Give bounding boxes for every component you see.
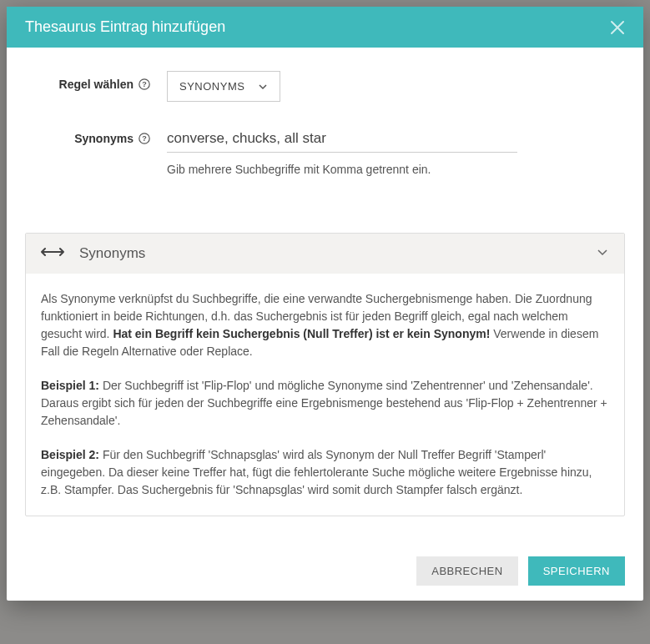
rule-select[interactable]: SYNONYMS bbox=[167, 71, 280, 102]
info-p3-label: Beispiel 2: bbox=[41, 448, 99, 461]
arrows-horizontal-icon bbox=[41, 246, 64, 261]
form-label-synonyms: Synonyms ? bbox=[25, 125, 167, 145]
help-icon[interactable]: ? bbox=[139, 78, 150, 90]
info-panel-body: Als Synonyme verknüpfst du Suchbegriffe,… bbox=[26, 274, 624, 516]
synonyms-input-area: Gib mehrere Suchbegriffe mit Komma getre… bbox=[167, 125, 517, 176]
svg-text:?: ? bbox=[142, 80, 147, 88]
info-paragraph-1: Als Synonyme verknüpfst du Suchbegriffe,… bbox=[41, 290, 609, 360]
synonyms-hint: Gib mehrere Suchbegriffe mit Komma getre… bbox=[167, 163, 517, 176]
form-label-rule: Regel wählen ? bbox=[25, 71, 167, 91]
rule-label-text: Regel wählen bbox=[59, 78, 134, 91]
rule-select-value: SYNONYMS bbox=[179, 80, 244, 93]
info-header-left: Synonyms bbox=[41, 245, 145, 262]
modal-title: Thesaurus Eintrag hinzufügen bbox=[25, 18, 225, 36]
info-p3-text: Für den Suchbegriff 'Schnapsglas' wird a… bbox=[41, 448, 592, 496]
modal-body: Regel wählen ? SYNONYMS Synonyms ? Gib m… bbox=[7, 48, 643, 208]
info-panel: Synonyms Als Synonyme verknüpfst du Such… bbox=[25, 233, 625, 516]
synonyms-input[interactable] bbox=[167, 125, 517, 153]
close-button[interactable] bbox=[610, 20, 625, 35]
form-row-synonyms: Synonyms ? Gib mehrere Suchbegriffe mit … bbox=[25, 125, 625, 176]
info-paragraph-2: Beispiel 1: Der Suchbegriff ist 'Flip-Fl… bbox=[41, 377, 609, 430]
synonyms-label-text: Synonyms bbox=[74, 132, 134, 145]
svg-text:?: ? bbox=[142, 134, 147, 143]
cancel-button[interactable]: ABBRECHEN bbox=[416, 556, 517, 586]
info-paragraph-3: Beispiel 2: Für den Suchbegriff 'Schnaps… bbox=[41, 446, 609, 499]
close-icon bbox=[610, 20, 625, 35]
save-button[interactable]: SPEICHERN bbox=[528, 556, 625, 586]
chevron-down-icon bbox=[596, 245, 609, 262]
info-p2-label: Beispiel 1: bbox=[41, 379, 99, 392]
info-panel-title: Synonyms bbox=[79, 245, 145, 262]
info-panel-header[interactable]: Synonyms bbox=[26, 234, 624, 274]
info-p2-text: Der Suchbegriff ist 'Flip-Flop' und mögl… bbox=[41, 379, 607, 427]
modal-dialog: Thesaurus Eintrag hinzufügen Regel wähle… bbox=[7, 7, 643, 601]
modal-footer: ABBRECHEN SPEICHERN bbox=[7, 516, 643, 601]
form-row-rule: Regel wählen ? SYNONYMS bbox=[25, 71, 625, 102]
info-p1-bold: Hat ein Begriff kein Suchergebnis (Null … bbox=[113, 327, 490, 340]
modal-header: Thesaurus Eintrag hinzufügen bbox=[7, 7, 643, 48]
help-icon[interactable]: ? bbox=[139, 133, 150, 144]
chevron-down-icon bbox=[258, 82, 268, 92]
